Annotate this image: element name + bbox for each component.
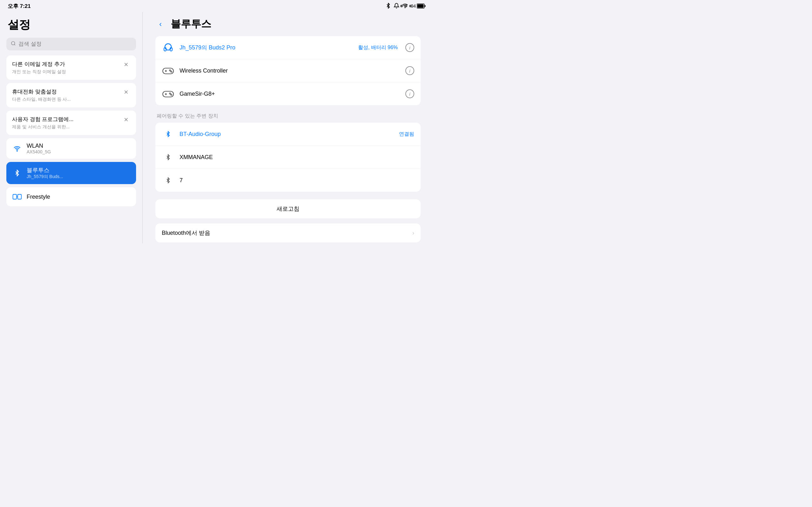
bt-receive-label: Bluetooth에서 받음 xyxy=(162,229,412,237)
status-bar: 오후 7:21 94 xyxy=(0,0,433,12)
bluetooth-nearby-icon-3 xyxy=(162,174,174,187)
nearby-name-bt-audio: BT-Audio-Group xyxy=(180,131,394,137)
svg-rect-8 xyxy=(18,194,21,199)
bt-receive-row[interactable]: Bluetooth에서 받음 › xyxy=(155,223,420,242)
nearby-item-xmmanage[interactable]: XMMANAGE xyxy=(155,146,420,169)
notif-title-user: 사용자 경험 프로그램에... xyxy=(12,116,73,123)
search-icon xyxy=(11,41,16,47)
svg-point-16 xyxy=(169,70,171,71)
info-button-wireless-controller[interactable]: i xyxy=(405,66,414,75)
freestyle-icon xyxy=(12,192,22,202)
battery-box: 94 xyxy=(411,3,426,9)
dot-2 xyxy=(405,5,407,7)
bt-content: Jh_5579의 Buds2 Pro 활성, 배터리 96% i xyxy=(143,36,433,243)
gamepad-icon-controller xyxy=(162,64,174,77)
wifi-icon xyxy=(12,144,22,154)
device-status-buds2pro: 활성, 배터리 96% xyxy=(358,44,398,51)
svg-rect-7 xyxy=(13,194,17,199)
close-button-phone[interactable]: ✕ xyxy=(122,88,131,96)
nearby-devices-card: BT-Audio-Group 연결됨 XMMANAGE xyxy=(155,123,420,192)
search-input[interactable] xyxy=(18,41,132,47)
gamepad-icon-gamesir xyxy=(162,88,174,100)
freestyle-label: Freestyle xyxy=(27,193,131,200)
notif-subtitle-phone: 다른 스타일, 배경화면 등 사... xyxy=(12,97,71,102)
svg-point-4 xyxy=(11,42,15,45)
status-dots xyxy=(400,5,412,7)
nearby-name-seven: 7 xyxy=(180,177,414,184)
bluetooth-page-title: 블루투스 xyxy=(171,17,211,31)
device-name-gamesir: GameSir-G8+ xyxy=(180,91,400,97)
bluetooth-nearby-icon-2 xyxy=(162,151,174,164)
left-panel: 설정 다른 이메일 계정 추가 개인 또는 직장 이메일 설정 ✕ 휴대전화 맞… xyxy=(0,12,143,243)
status-time: 오후 7:21 xyxy=(8,3,31,10)
nearby-section-label: 페어링할 수 있는 주변 장치 xyxy=(155,110,420,123)
info-button-gamesir[interactable]: i xyxy=(405,89,414,98)
settings-item-freestyle[interactable]: Freestyle xyxy=(6,187,136,206)
notification-card-user: 사용자 경험 프로그램에... 제품 및 서비스 개선을 위한... ✕ xyxy=(6,111,136,135)
svg-point-22 xyxy=(171,94,172,95)
nearby-name-xmmanage: XMMANAGE xyxy=(180,154,414,161)
dot-3 xyxy=(409,5,412,7)
wlan-value: AX5400_5G xyxy=(27,149,131,154)
back-button[interactable]: ‹ xyxy=(155,20,165,29)
svg-line-5 xyxy=(14,44,15,45)
nearby-item-bt-audio[interactable]: BT-Audio-Group 연결됨 xyxy=(155,123,420,146)
device-name-wireless-controller: Wireless Controller xyxy=(180,67,400,74)
bluetooth-nearby-icon-1 xyxy=(162,128,174,140)
notif-title-email: 다른 이메일 계정 추가 xyxy=(12,60,66,68)
svg-rect-2 xyxy=(425,5,426,7)
device-item-gamesir[interactable]: GameSir-G8+ i xyxy=(155,82,420,105)
notification-card-phone: 휴대전화 맞춤설정 다른 스타일, 배경화면 등 사... ✕ xyxy=(6,83,136,107)
chevron-right-icon: › xyxy=(412,230,414,236)
refresh-button[interactable]: 새로고침 xyxy=(155,199,420,218)
settings-item-wlan[interactable]: WLAN AX5400_5G xyxy=(6,138,136,159)
bluetooth-status-icon xyxy=(386,3,391,9)
connected-devices-card: Jh_5579의 Buds2 Pro 활성, 배터리 96% i xyxy=(155,36,420,105)
settings-title: 설정 xyxy=(6,17,136,33)
right-panel: ‹ 블루투스 Jh_5579의 Buds2 Pro 활성, 배터리 96 xyxy=(143,12,433,243)
bell-status-icon xyxy=(394,3,399,9)
svg-point-21 xyxy=(169,93,171,94)
settings-item-bluetooth[interactable]: 블루투스 Jh_5579의 Buds... xyxy=(6,162,136,184)
nearby-connect-bt-audio: 연결됨 xyxy=(399,131,414,137)
svg-point-17 xyxy=(171,71,172,72)
dot-1 xyxy=(400,5,403,7)
bluetooth-value: Jh_5579의 Buds... xyxy=(27,174,131,180)
wlan-label: WLAN xyxy=(27,143,131,149)
main-layout: 설정 다른 이메일 계정 추가 개인 또는 직장 이메일 설정 ✕ 휴대전화 맞… xyxy=(0,12,433,243)
nearby-item-seven[interactable]: 7 xyxy=(155,169,420,192)
headphones-icon xyxy=(162,41,174,54)
device-item-buds2pro[interactable]: Jh_5579의 Buds2 Pro 활성, 배터리 96% i xyxy=(155,36,420,59)
svg-point-6 xyxy=(17,151,17,151)
svg-rect-3 xyxy=(417,4,424,8)
notification-card-email: 다른 이메일 계정 추가 개인 또는 직장 이메일 설정 ✕ xyxy=(6,55,136,80)
bluetooth-icon xyxy=(12,168,22,178)
bluetooth-label: 블루투스 xyxy=(27,166,131,174)
info-button-buds2pro[interactable]: i xyxy=(405,43,414,52)
notif-subtitle-email: 개인 또는 직장 이메일 설정 xyxy=(12,69,66,75)
close-button-email[interactable]: ✕ xyxy=(122,60,131,69)
notif-subtitle-user: 제품 및 서비스 개선을 위한... xyxy=(12,124,73,130)
device-item-wireless-controller[interactable]: Wireless Controller i xyxy=(155,59,420,82)
search-bar[interactable] xyxy=(6,38,136,50)
device-name-buds2pro: Jh_5579의 Buds2 Pro xyxy=(180,44,353,51)
close-button-user[interactable]: ✕ xyxy=(122,116,131,124)
notif-title-phone: 휴대전화 맞춤설정 xyxy=(12,88,71,95)
right-header: ‹ 블루투스 xyxy=(143,12,433,36)
